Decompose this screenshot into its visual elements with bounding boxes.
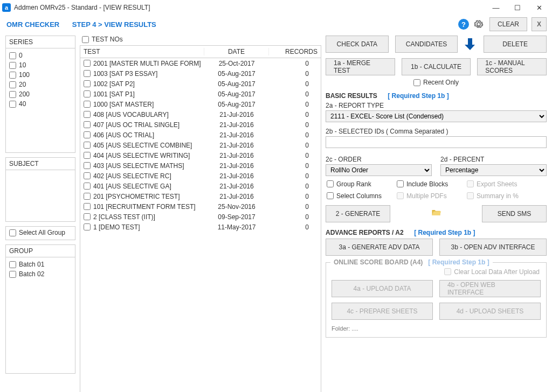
table-row[interactable]: 408 [AUS VOCABULARY] 21-Jul-2016 0: [80, 109, 321, 120]
folder-label: Folder: ....: [332, 325, 541, 332]
table-row[interactable]: 1 [DEMO TEST] 11-May-2017 0: [80, 222, 321, 232]
app-icon: a: [2, 3, 11, 12]
download-arrow-icon[interactable]: [464, 37, 477, 51]
export-sheets-checkbox: Export Sheets: [466, 179, 530, 189]
calculate-button[interactable]: 1b - CALCULATE: [402, 58, 471, 75]
help-icon[interactable]: ?: [458, 19, 469, 30]
table-row[interactable]: 404 [AUS SELECTIVE WRITING] 21-Jul-2016 …: [80, 150, 321, 160]
selected-ids-label: 2b - SELECTED IDs ( Comma Separated ): [326, 128, 547, 135]
report-type-select[interactable]: 2111 - EXCEL- Score List (Condensed): [326, 110, 547, 122]
multiple-pdfs-checkbox: Multiple PDFs: [396, 191, 466, 201]
group-item[interactable]: Batch 01: [8, 260, 73, 269]
actions-panel: CHECK DATA CANDIDATES DELETE 1a - MERGE …: [326, 36, 547, 392]
group-item[interactable]: Batch 02: [8, 269, 73, 279]
table-row[interactable]: 101 [RECRUITMENT FORM TEST] 25-Nov-2016 …: [80, 201, 321, 212]
advance-hint: [ Required Step 1b ]: [414, 229, 475, 236]
window-titlebar: a Addmen OMRv25 - Standard - [VIEW RESUL…: [0, 0, 552, 15]
upload-data-button: 4a - UPLOAD DATA: [332, 280, 433, 297]
table-row[interactable]: 2001 [MASTER MULTI PAGE FORM] 25-Oct-201…: [80, 58, 321, 68]
report-type-label: 2a - REPORT TYPE: [326, 102, 547, 109]
subject-header: SUBJECT: [6, 158, 75, 170]
grid-body[interactable]: 2001 [MASTER MULTI PAGE FORM] 25-Oct-201…: [80, 58, 321, 392]
group-panel: GROUP Batch 01Batch 02: [5, 244, 75, 374]
series-item[interactable]: 100: [8, 70, 73, 80]
select-all-group-checkbox[interactable]: Select All Group: [6, 227, 75, 239]
generate-adv-data-button[interactable]: 3a - GENERATE ADV DATA: [326, 239, 433, 256]
table-row[interactable]: 1001 [SAT P1] 05-Aug-2017 0: [80, 89, 321, 99]
group-header: GROUP: [6, 245, 75, 257]
open-adv-interface-button[interactable]: 3b - OPEN ADV INTERFACE: [439, 239, 547, 256]
series-panel: SERIES 0101002020040: [5, 36, 75, 153]
close-panel-button[interactable]: X: [532, 17, 547, 31]
series-header: SERIES: [6, 36, 75, 48]
table-row[interactable]: 1002 [SAT P2] 05-Aug-2017 0: [80, 79, 321, 89]
include-blocks-checkbox[interactable]: Include Blocks: [396, 179, 466, 189]
merge-test-button[interactable]: 1a - MERGE TEST: [326, 58, 395, 75]
table-row[interactable]: 401 [AUS SELECTIVE GA] 21-Jul-2016 0: [80, 181, 321, 191]
percent-select[interactable]: Percentage: [440, 164, 547, 176]
grid-header: TEST DATE RECORDS: [80, 45, 321, 58]
table-row[interactable]: 405 [AUS SELECTIVE COMBINE] 21-Jul-2016 …: [80, 140, 321, 150]
series-item[interactable]: 200: [8, 89, 73, 99]
module-header: OMR CHECKER STEP 4 > VIEW RESULTS ? CLEA…: [0, 15, 552, 36]
generate-button[interactable]: 2 - GENERATE: [326, 205, 390, 222]
percent-label: 2d - PERCENT: [440, 156, 547, 163]
candidates-button[interactable]: CANDIDATES: [395, 36, 458, 53]
module-name: OMR CHECKER: [6, 20, 59, 29]
check-data-button[interactable]: CHECK DATA: [326, 36, 389, 53]
test-nos-checkbox[interactable]: TEST NOs: [80, 36, 321, 45]
table-row[interactable]: 1000 [SAT MASTER] 05-Aug-2017 0: [80, 99, 321, 109]
clear-button[interactable]: CLEAR: [489, 17, 527, 31]
upload-sheets-button: 4d - UPLOAD SHEETS: [439, 303, 541, 320]
osb-hint: [ Required Step 1b ]: [428, 258, 489, 266]
grid-header-test[interactable]: TEST: [80, 48, 204, 55]
series-item[interactable]: 0: [8, 51, 73, 60]
osb-title: ONLINE SCORE BOARD (A4): [334, 258, 423, 266]
delete-button[interactable]: DELETE: [484, 36, 547, 53]
summary-percent-checkbox: Summary in %: [466, 191, 530, 201]
group-rank-checkbox[interactable]: Group Rank: [326, 179, 396, 189]
series-item[interactable]: 40: [8, 99, 73, 109]
recent-only-checkbox[interactable]: Recent Only: [412, 78, 460, 87]
grid-header-date[interactable]: DATE: [204, 48, 269, 55]
window-title: Addmen OMRv25 - Standard - [VIEW RESULT]: [14, 4, 150, 11]
manual-scores-button[interactable]: 1c - MANUAL SCORES: [477, 58, 547, 75]
close-icon[interactable]: ✕: [528, 1, 550, 14]
step-breadcrumb: STEP 4 > VIEW RESULTS: [72, 20, 156, 29]
clear-local-data-checkbox: Clear Local Data After Upload: [443, 267, 541, 277]
table-row[interactable]: 2 [CLASS TEST (IIT)] 09-Sep-2017 0: [80, 212, 321, 222]
table-row[interactable]: 407 [AUS OC TRIAL SINGLE] 21-Jul-2016 0: [80, 120, 321, 130]
series-item[interactable]: 10: [8, 60, 73, 70]
folder-icon[interactable]: [397, 207, 475, 220]
order-label: 2c - ORDER: [326, 156, 432, 163]
selected-ids-input[interactable]: [326, 136, 547, 148]
table-row[interactable]: 406 [AUS OC TRIAL] 21-Jul-2016 0: [80, 130, 321, 140]
prepare-sheets-button: 4c - PREPARE SHEETS: [332, 303, 433, 320]
table-row[interactable]: 402 [AUS SELECTIVE RC] 21-Jul-2016 0: [80, 171, 321, 181]
advance-reports-title: ADVANCE REPORTS / A2: [326, 229, 404, 236]
open-web-interface-button: 4b - OPEN WEB INTERFACE: [439, 280, 541, 297]
select-columns-checkbox[interactable]: Select Columns: [326, 191, 396, 201]
send-sms-button[interactable]: SEND SMS: [482, 205, 547, 222]
select-all-group-panel: Select All Group: [5, 226, 75, 240]
table-row[interactable]: 201 [PSYCHOMETRIC TEST] 21-Jul-2016 0: [80, 191, 321, 201]
subject-panel: SUBJECT: [5, 157, 75, 222]
series-item[interactable]: 20: [8, 80, 73, 89]
minimize-icon[interactable]: —: [485, 1, 507, 14]
table-row[interactable]: 1003 [SAT P3 ESSAY] 05-Aug-2017 0: [80, 68, 321, 79]
table-row[interactable]: 403 [AUS SELECTIVE MATHS] 21-Jul-2016 0: [80, 160, 321, 171]
basic-results-title: BASIC RESULTS: [326, 92, 377, 100]
grid-header-records[interactable]: RECORDS: [269, 48, 321, 55]
settings-icon[interactable]: [473, 19, 484, 30]
order-select[interactable]: RollNo Order: [326, 164, 432, 176]
online-score-board-section: ONLINE SCORE BOARD (A4) [ Required Step …: [326, 262, 547, 338]
maximize-icon[interactable]: ☐: [507, 1, 528, 14]
basic-hint: [ Required Step 1b ]: [388, 92, 448, 100]
